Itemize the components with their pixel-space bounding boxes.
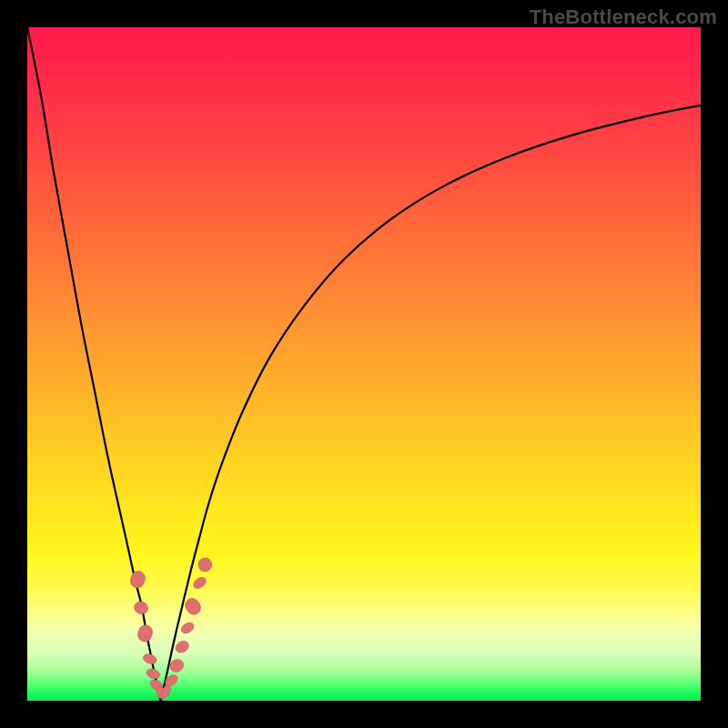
watermark-text: TheBottleneck.com [530,5,717,29]
bead-13 [191,575,207,591]
curve-right-branch [161,106,701,701]
beads-layer [128,555,214,701]
svg-rect-4 [146,667,162,681]
bead-12 [183,596,204,618]
plot-area [27,27,701,701]
bead-10 [174,639,191,655]
curves-layer [27,27,701,701]
svg-rect-12 [183,596,204,618]
bead-11 [179,621,196,635]
bead-1 [133,600,149,615]
svg-rect-10 [174,639,191,655]
svg-rect-3 [142,652,158,666]
bead-2 [136,623,155,643]
chart-frame: TheBottleneck.com [0,0,728,728]
svg-rect-13 [191,575,207,591]
bead-14 [196,555,215,574]
chart-svg [27,27,701,701]
svg-rect-14 [196,555,215,574]
bead-4 [146,667,162,681]
bead-0 [128,570,147,590]
svg-rect-11 [179,621,196,635]
svg-rect-1 [133,600,149,615]
bead-3 [142,652,158,666]
svg-rect-2 [136,623,155,643]
curve-left-branch [27,27,161,701]
svg-rect-0 [128,570,147,590]
